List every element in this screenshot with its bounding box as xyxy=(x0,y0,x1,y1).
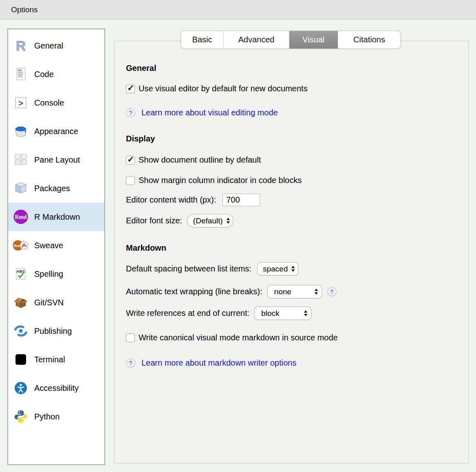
package-cube-icon xyxy=(12,180,29,196)
tab-label: Basic xyxy=(192,35,212,44)
git-svn-box-icon xyxy=(12,294,29,311)
canonical-markdown-row: Write canonical visual mode markdown in … xyxy=(126,333,338,342)
sidebar-item-general[interactable]: R General xyxy=(8,31,104,60)
editor-font-size-row: Editor font size: (Default) xyxy=(126,214,234,227)
sidebar-item-label: Publishing xyxy=(34,326,72,336)
sidebar-item-label: Git/SVN xyxy=(34,298,64,307)
show-outline-row: Show document outline by default xyxy=(126,155,261,165)
sidebar-item-label: Pane Layout xyxy=(34,155,80,165)
markdown-writer-help-row: ? Learn more about markdown writer optio… xyxy=(126,358,296,368)
spellcheck-abc-icon: ABC xyxy=(12,266,29,282)
use-visual-editor-checkbox[interactable] xyxy=(126,84,135,93)
sidebar-item-r-markdown[interactable]: Rmd R Markdown xyxy=(8,203,104,231)
sidebar-item-accessibility[interactable]: Accessibility xyxy=(8,374,104,402)
sidebar-item-pane-layout[interactable]: Pane Layout xyxy=(8,146,104,174)
rmarkdown-badge-icon: Rmd xyxy=(12,209,29,225)
canonical-markdown-checkbox[interactable] xyxy=(126,333,135,342)
list-spacing-row: Default spacing between list items: spac… xyxy=(126,262,298,276)
use-visual-editor-label: Use visual editor by default for new doc… xyxy=(139,84,308,93)
sidebar-item-python[interactable]: Python xyxy=(8,402,104,431)
references-select[interactable]: block xyxy=(254,307,311,320)
pane-grid-icon xyxy=(12,152,29,168)
help-icon[interactable]: ? xyxy=(126,358,135,368)
console-prompt-icon: > xyxy=(12,95,29,111)
help-icon[interactable]: ? xyxy=(126,108,135,117)
sidebar-item-publishing[interactable]: Publishing xyxy=(8,317,104,345)
sidebar-item-git-svn[interactable]: Git/SVN xyxy=(8,288,104,317)
tab-label: Citations xyxy=(353,35,385,44)
use-visual-editor-row: Use visual editor by default for new doc… xyxy=(126,84,308,93)
editor-content-width-label: Editor content width (px): xyxy=(126,195,216,205)
select-arrows-icon xyxy=(291,266,295,272)
svg-text:Rmd: Rmd xyxy=(15,214,27,220)
panel-tab-bar: Basic Advanced Visual Citations xyxy=(181,31,401,49)
editor-content-width-input[interactable] xyxy=(223,194,260,206)
options-category-sidebar: R General Code > Console xyxy=(7,29,105,465)
select-arrows-icon xyxy=(304,310,307,316)
show-margin-label: Show margin column indicator in code blo… xyxy=(139,176,302,185)
show-outline-label: Show document outline by default xyxy=(139,155,261,165)
sidebar-item-spelling[interactable]: ABC Spelling xyxy=(8,260,104,288)
sidebar-item-label: Sweave xyxy=(34,241,63,250)
show-margin-row: Show margin column indicator in code blo… xyxy=(126,176,302,185)
sidebar-item-code[interactable]: Code xyxy=(8,60,104,88)
editor-content-width-row: Editor content width (px): xyxy=(126,194,260,206)
sidebar-item-packages[interactable]: Packages xyxy=(8,174,104,203)
list-spacing-label: Default spacing between list items: xyxy=(126,264,251,273)
sidebar-item-label: Console xyxy=(34,98,64,108)
general-section-heading: General xyxy=(126,64,156,73)
window-title: Options xyxy=(11,5,37,14)
show-margin-checkbox[interactable] xyxy=(126,176,135,185)
sidebar-item-appearance[interactable]: Appearance xyxy=(8,117,104,146)
tab-citations[interactable]: Citations xyxy=(338,31,401,49)
sidebar-item-terminal[interactable]: Terminal xyxy=(8,345,104,374)
sweave-rnw-pdf-icon: Rnw xyxy=(12,237,29,254)
sidebar-item-label: General xyxy=(34,41,63,51)
select-arrows-icon xyxy=(315,289,318,295)
references-value: block xyxy=(261,309,279,318)
editor-font-size-label: Editor font size: xyxy=(126,216,182,225)
select-arrows-icon xyxy=(227,218,230,224)
sidebar-item-console[interactable]: > Console xyxy=(8,88,104,117)
editor-font-size-value: (Default) xyxy=(193,216,223,225)
tab-advanced[interactable]: Advanced xyxy=(224,31,289,49)
text-wrapping-label: Automatic text wrapping (line breaks): xyxy=(126,287,262,296)
references-label: Write references at end of current: xyxy=(126,309,249,318)
tab-visual[interactable]: Visual xyxy=(289,31,338,49)
sidebar-item-label: Terminal xyxy=(34,355,65,364)
list-spacing-select[interactable]: spaced xyxy=(257,262,298,276)
code-document-icon xyxy=(12,66,29,82)
python-logo-icon xyxy=(12,408,29,425)
terminal-icon xyxy=(12,351,29,368)
editor-font-size-select[interactable]: (Default) xyxy=(187,214,234,227)
learn-more-markdown-writer-link[interactable]: Learn more about markdown writer options xyxy=(141,358,296,368)
sidebar-item-label: Packages xyxy=(34,184,70,193)
tab-basic[interactable]: Basic xyxy=(181,31,224,49)
text-wrapping-value: none xyxy=(274,287,291,296)
learn-more-visual-editing-link[interactable]: Learn more about visual editing mode xyxy=(141,108,278,117)
text-wrapping-row: Automatic text wrapping (line breaks): n… xyxy=(126,285,337,298)
sidebar-item-label: Code xyxy=(34,70,54,79)
canonical-markdown-label: Write canonical visual mode markdown in … xyxy=(139,333,338,342)
svg-text:>: > xyxy=(18,99,23,108)
r-logo-icon: R xyxy=(12,37,29,54)
sidebar-item-label: R Markdown xyxy=(34,212,80,222)
sidebar-item-label: Spelling xyxy=(34,269,63,279)
options-content-panel: General Use visual editor by default for… xyxy=(114,41,469,463)
window-title-bar: Options xyxy=(0,0,476,20)
show-outline-checkbox[interactable] xyxy=(126,156,135,165)
paint-bucket-icon xyxy=(12,123,29,139)
sidebar-item-sweave[interactable]: Rnw Sweave xyxy=(8,231,104,260)
sidebar-item-label: Python xyxy=(34,412,60,421)
publishing-connect-icon xyxy=(12,323,29,339)
sidebar-item-label: Appearance xyxy=(34,127,78,136)
tab-label: Visual xyxy=(302,35,324,44)
markdown-section-heading: Markdown xyxy=(126,243,166,253)
svg-text:ABC: ABC xyxy=(16,269,25,273)
sidebar-item-label: Accessibility xyxy=(34,384,79,393)
help-icon[interactable]: ? xyxy=(327,287,337,296)
list-spacing-value: spaced xyxy=(263,265,288,273)
svg-text:R: R xyxy=(16,38,26,53)
text-wrapping-select[interactable]: none xyxy=(267,285,322,298)
references-row: Write references at end of current: bloc… xyxy=(126,307,311,320)
